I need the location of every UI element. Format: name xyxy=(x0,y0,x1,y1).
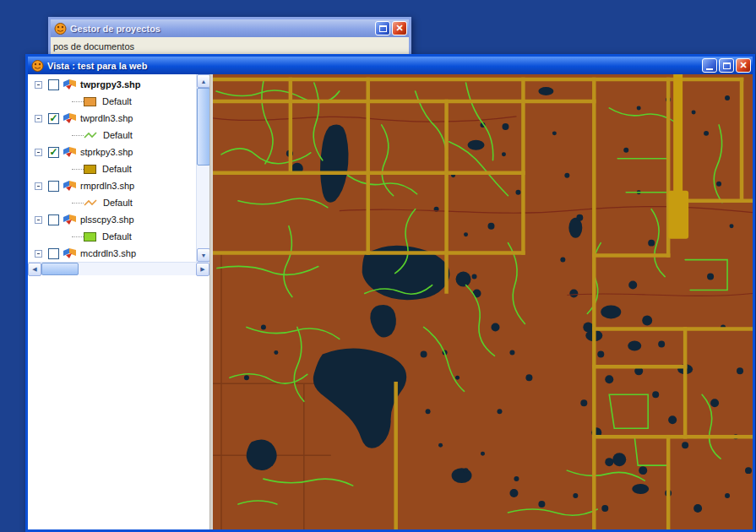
layer-icon xyxy=(63,79,76,90)
toc-legend-row[interactable]: Default xyxy=(28,93,196,110)
layer-checkbox[interactable] xyxy=(48,181,59,192)
layer-checkbox[interactable] xyxy=(48,248,59,259)
legend-symbol xyxy=(84,232,96,242)
toc-layer-row[interactable]: rmprdln3.shp xyxy=(28,177,196,194)
document-types-label: pos de documentos xyxy=(53,41,134,52)
app-icon xyxy=(54,22,67,35)
window-title: Gestor de proyectos xyxy=(70,24,372,34)
tree-connector xyxy=(72,135,84,136)
maximize-button[interactable] xyxy=(719,58,734,73)
layer-name: stprkpy3.shp xyxy=(80,147,133,157)
map-canvas[interactable] xyxy=(213,74,753,529)
layer-icon xyxy=(63,181,76,192)
tree-connector xyxy=(72,169,84,170)
project-manager-window[interactable]: Gestor de proyectos ✕ pos de documentos xyxy=(48,17,411,57)
toc-layer-row[interactable]: twprgpy3.shp xyxy=(28,76,196,93)
vertical-scrollbar[interactable]: ▲ ▼ xyxy=(196,74,209,262)
layer-icon xyxy=(63,248,76,259)
layer-panel: twprgpy3.shpDefault✓twprdln3.shpDefault✓… xyxy=(28,74,209,529)
tree-expand-toggle[interactable] xyxy=(35,149,42,156)
layer-name: plsscpy3.shp xyxy=(80,214,134,225)
close-icon: ✕ xyxy=(395,24,403,33)
toc-layer-row[interactable]: plsscpy3.shp xyxy=(28,211,196,228)
scroll-right-button[interactable]: ▶ xyxy=(196,263,209,276)
overview-panel xyxy=(28,275,209,529)
layer-checkbox[interactable] xyxy=(48,79,59,90)
legend-label: Default xyxy=(102,96,132,106)
layer-name: twprdln3.shp xyxy=(80,113,133,123)
legend-symbol xyxy=(84,97,96,106)
view-titlebar[interactable]: Vista : test para la web ✕ xyxy=(28,57,753,74)
close-button[interactable]: ✕ xyxy=(392,21,407,35)
layer-icon xyxy=(63,214,76,225)
scroll-up-button[interactable]: ▲ xyxy=(197,74,209,88)
legend-symbol xyxy=(84,131,97,139)
toc-legend-row[interactable]: Default xyxy=(28,160,196,177)
toc-layer-row[interactable]: ✓stprkpy3.shp xyxy=(28,144,196,160)
scroll-down-button[interactable]: ▼ xyxy=(197,248,209,262)
toc-legend-row[interactable]: Default xyxy=(28,194,196,211)
layer-name: twprgpy3.shp xyxy=(80,79,141,90)
vertical-scroll-thumb[interactable] xyxy=(197,88,209,166)
mdi-background: Gestor de proyectos ✕ pos de documentos … xyxy=(0,0,756,532)
toc-layer-row[interactable]: ✓twprdln3.shp xyxy=(28,110,196,127)
toc-layer-row[interactable]: mcdrdln3.shp xyxy=(28,245,196,262)
legend-label: Default xyxy=(102,164,132,174)
maximize-button[interactable] xyxy=(375,21,390,35)
minimize-icon xyxy=(706,68,713,70)
scroll-left-button[interactable]: ◀ xyxy=(28,263,41,276)
horizontal-scroll-thumb[interactable] xyxy=(41,263,79,275)
tree-expand-toggle[interactable] xyxy=(35,115,42,122)
layer-checkbox[interactable]: ✓ xyxy=(48,113,59,124)
window-title: Vista : test para la web xyxy=(47,61,699,71)
layer-checkbox[interactable]: ✓ xyxy=(48,147,59,158)
horizontal-scrollbar[interactable]: ◀ ▶ xyxy=(28,262,209,275)
project-manager-titlebar[interactable]: Gestor de proyectos ✕ xyxy=(51,19,409,37)
layer-icon xyxy=(63,147,76,158)
tree-connector xyxy=(72,101,84,102)
minimize-button[interactable] xyxy=(702,58,717,73)
layer-icon xyxy=(63,113,76,124)
toc-legend-row[interactable]: Default xyxy=(28,228,196,245)
layer-tree[interactable]: twprgpy3.shpDefault✓twprdln3.shpDefault✓… xyxy=(28,74,209,262)
toc-legend-row[interactable]: Default xyxy=(28,127,196,144)
close-button[interactable]: ✕ xyxy=(736,58,751,73)
legend-symbol xyxy=(84,165,96,174)
layer-checkbox[interactable] xyxy=(48,214,59,225)
maximize-icon xyxy=(379,25,387,32)
view-window[interactable]: Vista : test para la web ✕ twprgpy3.shpD… xyxy=(25,54,755,532)
tree-expand-toggle[interactable] xyxy=(35,250,42,258)
tree-expand-toggle[interactable] xyxy=(35,216,42,224)
tree-expand-toggle[interactable] xyxy=(35,182,42,190)
tree-expand-toggle[interactable] xyxy=(35,81,42,89)
legend-symbol xyxy=(84,198,97,207)
tree-connector xyxy=(72,203,84,204)
layer-name: mcdrdln3.shp xyxy=(80,248,136,258)
legend-label: Default xyxy=(103,198,133,208)
app-icon xyxy=(31,59,44,72)
maximize-icon xyxy=(723,62,731,69)
legend-label: Default xyxy=(103,130,133,140)
close-icon: ✕ xyxy=(739,61,747,70)
tree-connector xyxy=(72,236,84,237)
layer-name: rmprdln3.shp xyxy=(80,181,134,191)
legend-label: Default xyxy=(102,231,132,242)
